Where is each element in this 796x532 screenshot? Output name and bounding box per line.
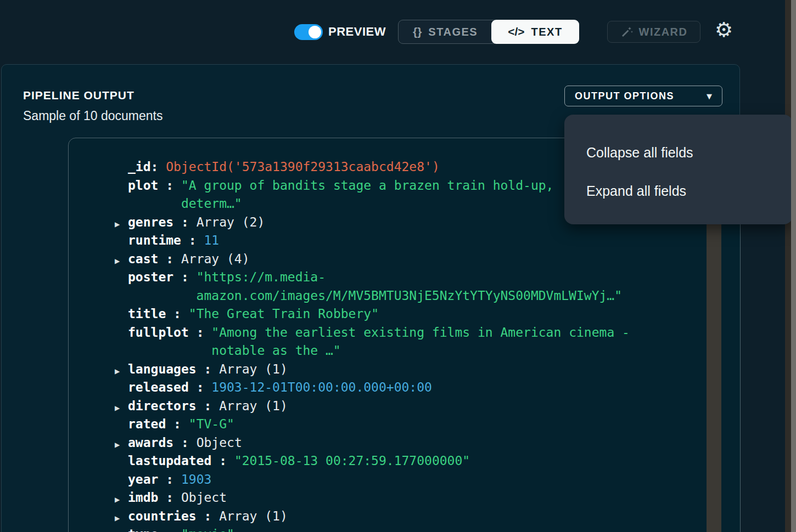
field-row: ▶cast : Array (4) <box>115 250 740 269</box>
preview-toggle[interactable] <box>294 24 323 40</box>
field-row: ▶directors : Array (1) <box>115 397 740 416</box>
curly-braces-icon: {} <box>413 25 422 38</box>
window-edge-dark-strip <box>785 0 791 532</box>
output-options-button[interactable]: OUTPUT OPTIONS ▼ <box>564 86 722 106</box>
expand-arrow-icon[interactable]: ▶ <box>115 216 128 234</box>
expand-arrow-icon[interactable]: ▶ <box>115 510 128 528</box>
scrollbar-thumb[interactable] <box>707 217 721 532</box>
view-mode-segmented-control: {} STAGES </> TEXT <box>398 20 579 44</box>
tab-stages[interactable]: {} STAGES <box>399 20 492 43</box>
field-row: runtime : 11 <box>115 231 740 250</box>
objectid-value: ObjectId('573a1390f29313caabcd42e8') <box>166 160 440 174</box>
menu-item-collapse-all-fields[interactable]: Collapse all fields <box>564 133 793 172</box>
window-edge-gray-strip <box>791 0 796 532</box>
settings-gear-icon[interactable]: ⚙ <box>715 20 733 40</box>
text-label: TEXT <box>531 26 563 38</box>
chevron-down-icon: ▼ <box>707 92 712 100</box>
expand-arrow-icon[interactable]: ▶ <box>115 436 128 455</box>
field-row: rated : "TV-G" <box>115 415 740 434</box>
field-row: ▶awards : Object <box>115 434 740 452</box>
expand-arrow-icon[interactable]: ▶ <box>115 399 128 418</box>
tab-text[interactable]: </> TEXT <box>491 20 579 44</box>
output-options-label: OUTPUT OPTIONS <box>575 90 674 102</box>
expand-arrow-icon[interactable]: ▶ <box>115 491 128 510</box>
toggle-knob <box>309 26 321 38</box>
field-row: lastupdated : "2015-08-13 00:27:59.17700… <box>115 452 740 471</box>
expand-arrow-icon[interactable]: ▶ <box>115 363 128 381</box>
field-row: ▶countries : Array (1) <box>115 507 740 526</box>
code-icon: </> <box>508 25 524 38</box>
wrapped-value-line: notable as the …" <box>115 342 740 360</box>
stages-label: STAGES <box>428 26 478 38</box>
wizard-button[interactable]: WIZARD <box>607 21 700 43</box>
field-row: poster : "https://m.media- <box>115 268 740 287</box>
wrapped-value-line: amazon.com/images/M/MV5BMTU3NjE5NzYtYTYy… <box>115 287 740 305</box>
field-row: title : "The Great Train Robbery" <box>115 305 740 324</box>
expand-arrow-icon[interactable]: ▶ <box>115 252 128 271</box>
field-row: type : "movie" <box>115 525 740 532</box>
output-options-menu: Collapse all fields Expand all fields <box>564 115 793 224</box>
magic-wand-icon <box>620 25 634 38</box>
field-row: ▶languages : Array (1) <box>115 360 740 379</box>
field-row: fullplot : "Among the earliest existing … <box>115 324 740 342</box>
preview-label: PREVIEW <box>328 25 386 39</box>
sample-count-subtitle: Sample of 10 documents <box>23 109 162 123</box>
menu-item-expand-all-fields[interactable]: Expand all fields <box>564 172 793 210</box>
pipeline-output-title: PIPELINE OUTPUT <box>23 89 134 102</box>
field-row: year : 1903 <box>115 471 740 489</box>
wizard-label: WIZARD <box>639 26 688 38</box>
field-row: released : 1903-12-01T00:00:00.000+00:00 <box>115 378 740 397</box>
field-row: ▶imdb : Object <box>115 489 740 507</box>
